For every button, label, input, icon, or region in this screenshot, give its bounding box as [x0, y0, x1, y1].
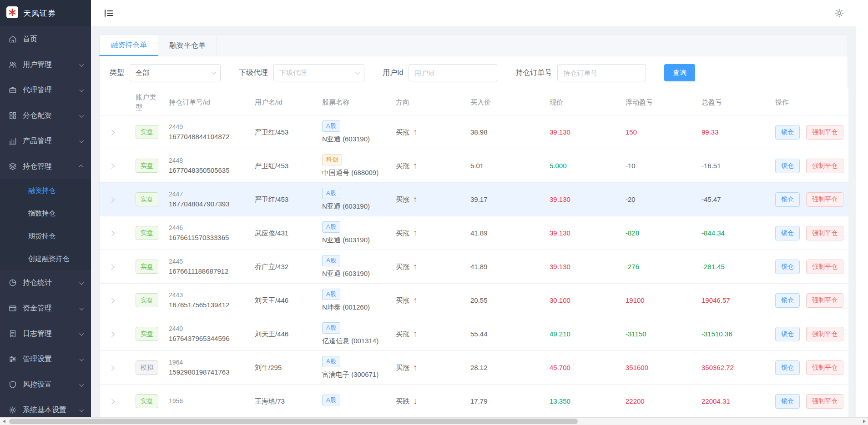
- scrollbar-thumb[interactable]: [9, 419, 578, 424]
- actions-cell: 锁仓 强制平仓: [770, 159, 848, 173]
- table-row: 模拟 1964 1592980198741763 刘牛/295 A股 富满电子 …: [100, 351, 848, 385]
- agent-select[interactable]: 下级代理: [273, 64, 364, 81]
- sidebar-item-financing-positions[interactable]: 融资持仓: [0, 179, 91, 202]
- lock-button[interactable]: 锁仓: [775, 327, 800, 341]
- row-expand-icon[interactable]: [109, 264, 115, 270]
- table-body: 实盘 2449 1677048844104872 严卫红/453 A股 N亚通 …: [100, 115, 848, 418]
- row-expand-icon[interactable]: [109, 130, 115, 135]
- stock-cell: A股 N亚通 (603190): [317, 221, 390, 245]
- users-icon: [8, 60, 17, 69]
- stock-name: N亚通 (603190): [322, 201, 390, 211]
- user-id-input[interactable]: [409, 64, 497, 81]
- lock-button[interactable]: 锁仓: [775, 260, 800, 274]
- sidebar-item-label: 管理设置: [23, 355, 80, 364]
- tab-financing-closed[interactable]: 融资平仓单: [158, 35, 217, 56]
- horizontal-scrollbar[interactable]: [0, 417, 868, 425]
- table-row: 实盘 2446 1676611570333365 武应俊/431 A股 N亚通 …: [100, 216, 848, 250]
- force-close-button[interactable]: 强制平仓: [806, 293, 843, 308]
- lock-button[interactable]: 锁仓: [775, 293, 800, 308]
- filter-type: 类型 全部: [110, 64, 221, 81]
- stock-cell: A股 N亚通 (603190): [317, 188, 390, 211]
- force-close-button[interactable]: 强制平仓: [806, 260, 843, 274]
- direction-arrow-icon: ↑: [413, 363, 418, 372]
- sidebar-item-position-statistics[interactable]: 持仓统计: [0, 270, 91, 295]
- table-row: 实盘 1956 王海珞/73 A股 买跌 ↓ 17.79 13.350 2220…: [100, 385, 848, 418]
- stock-cell: A股 N亚通 (603190): [317, 120, 390, 144]
- sidebar-item-fund-management[interactable]: 资金管理: [0, 295, 91, 321]
- direction-label: 买涨: [396, 161, 409, 171]
- order-cell: 2449 1677048844104872: [163, 122, 249, 141]
- expand-cell: [100, 329, 130, 339]
- table-row: 实盘 2448 1677048350505635 严卫红/453 科创 中国通号…: [100, 149, 848, 183]
- order-no: 2443: [169, 290, 249, 300]
- expand-cell: [100, 161, 130, 171]
- sidebar-item-risk-settings[interactable]: 风控设置: [0, 372, 91, 397]
- floating-pnl: -31150: [620, 329, 696, 339]
- filter-agent: 下级代理 下级代理: [239, 64, 364, 81]
- sidebar-item-product-management[interactable]: 产品管理: [0, 128, 91, 154]
- scroll-left-arrow[interactable]: [0, 418, 8, 425]
- tab-financing-positions[interactable]: 融资持仓单: [99, 35, 158, 56]
- order-id: 1676517565139412: [169, 300, 249, 310]
- order-cell: 1964 1592980198741763: [163, 358, 249, 377]
- row-expand-icon[interactable]: [109, 163, 115, 169]
- lock-button[interactable]: 锁仓: [775, 360, 800, 375]
- collapse-sidebar-button[interactable]: [103, 7, 115, 19]
- account-type-cell: 实盘: [130, 260, 163, 273]
- sidebar-item-position-management[interactable]: 持仓管理: [0, 154, 91, 179]
- sidebar-item-agent-management[interactable]: 代理管理: [0, 77, 91, 103]
- row-expand-icon[interactable]: [109, 399, 115, 405]
- chevron-down-icon: [79, 62, 84, 66]
- row-expand-icon[interactable]: [109, 331, 115, 337]
- direction-label: 买涨: [396, 127, 409, 137]
- order-id: 1676611188687912: [169, 266, 249, 276]
- lock-button[interactable]: 锁仓: [775, 192, 800, 207]
- expand-cell: [100, 262, 130, 272]
- sidebar-item-allocation[interactable]: 分仓配资: [0, 103, 91, 128]
- row-expand-icon[interactable]: [109, 197, 115, 203]
- total-pnl: -31510.36: [696, 329, 770, 339]
- user-cell: 刘牛/295: [249, 363, 317, 373]
- chevron-down-icon: [79, 138, 84, 143]
- stock-cell: A股: [317, 395, 390, 408]
- scroll-right-arrow[interactable]: [860, 418, 868, 425]
- direction-label: 买涨: [396, 195, 409, 205]
- sidebar-item-user-management[interactable]: 用户管理: [0, 52, 91, 77]
- type-select[interactable]: 全部: [130, 64, 221, 81]
- lock-button[interactable]: 锁仓: [775, 159, 800, 173]
- floating-pnl: -20: [620, 195, 696, 205]
- sidebar-item-futures-positions[interactable]: 期货持仓: [0, 225, 91, 247]
- account-type-cell: 模拟: [130, 360, 163, 374]
- row-expand-icon[interactable]: [109, 230, 115, 236]
- force-close-button[interactable]: 强制平仓: [806, 226, 843, 240]
- sidebar-item-create-financing-position[interactable]: 创建融资持仓: [0, 247, 91, 270]
- column-header: 现价: [544, 97, 620, 107]
- topbar: [91, 0, 868, 26]
- order-no-input[interactable]: [557, 64, 646, 81]
- direction-cell: 买涨 ↑: [390, 228, 465, 238]
- force-close-button[interactable]: 强制平仓: [806, 192, 843, 207]
- content-area: 融资持仓单 融资平仓单 类型 全部: [91, 26, 856, 417]
- lock-button[interactable]: 锁仓: [775, 394, 800, 409]
- sidebar-item-log-management[interactable]: 日志管理: [0, 321, 91, 346]
- force-close-button[interactable]: 强制平仓: [806, 360, 843, 375]
- buy-price: 17.79: [465, 396, 544, 406]
- row-expand-icon[interactable]: [109, 298, 115, 304]
- sidebar-item-system-settings[interactable]: 系统基本设置: [0, 397, 91, 417]
- settings-gear-icon[interactable]: [834, 8, 844, 18]
- force-close-button[interactable]: 强制平仓: [806, 327, 843, 341]
- expand-cell: [100, 396, 130, 406]
- lock-button[interactable]: 锁仓: [775, 125, 800, 140]
- force-close-button[interactable]: 强制平仓: [806, 394, 843, 409]
- lock-button[interactable]: 锁仓: [775, 226, 800, 240]
- search-button[interactable]: 查询: [664, 64, 695, 81]
- row-expand-icon[interactable]: [109, 365, 115, 371]
- chevron-down-icon: [79, 382, 84, 386]
- force-close-button[interactable]: 强制平仓: [806, 159, 843, 173]
- sidebar-item-index-positions[interactable]: 指数持仓: [0, 202, 91, 225]
- force-close-button[interactable]: 强制平仓: [806, 125, 843, 140]
- sidebar-item-home[interactable]: 首页: [0, 26, 91, 52]
- sidebar-item-management-settings[interactable]: 管理设置: [0, 346, 91, 372]
- filter-user-id-label: 用户Id: [383, 68, 403, 78]
- bar-chart-icon: [8, 136, 17, 145]
